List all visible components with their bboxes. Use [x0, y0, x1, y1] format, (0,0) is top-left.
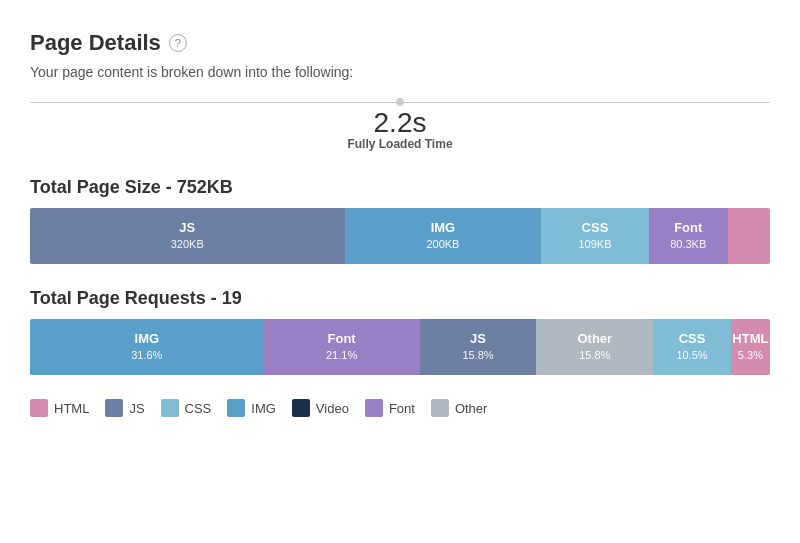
requests-bar-segment: IMG31.6% [30, 319, 264, 375]
legend-item: Other [431, 399, 488, 417]
requests-bar-container: IMG31.6%Font21.1%JS15.8%Other15.8%CSS10.… [30, 319, 770, 375]
legend-swatch [431, 399, 449, 417]
legend-swatch [227, 399, 245, 417]
size-bar-container: JS320KBIMG200KBCSS109KBFont80.3KB [30, 208, 770, 264]
size-bar-segment: JS320KB [30, 208, 345, 264]
legend-item: HTML [30, 399, 89, 417]
size-bar-segment: IMG200KB [345, 208, 542, 264]
legend-item: JS [105, 399, 144, 417]
legend-item: CSS [161, 399, 212, 417]
legend-label: JS [129, 401, 144, 416]
help-icon[interactable]: ? [169, 34, 187, 52]
legend-swatch [292, 399, 310, 417]
legend-swatch [105, 399, 123, 417]
legend-label: Video [316, 401, 349, 416]
timeline-value: 2.2s [374, 109, 427, 137]
legend-item: Font [365, 399, 415, 417]
requests-bar-segment: Font21.1% [264, 319, 420, 375]
requests-bar-segment: HTML5.3% [731, 319, 770, 375]
legend-label: CSS [185, 401, 212, 416]
size-bar-segment [728, 208, 770, 264]
legend-swatch [30, 399, 48, 417]
subtitle: Your page content is broken down into th… [30, 64, 770, 80]
legend-label: Other [455, 401, 488, 416]
requests-bar-segment: CSS10.5% [653, 319, 731, 375]
legend-swatch [365, 399, 383, 417]
requests-section-title: Total Page Requests - 19 [30, 288, 770, 309]
legend-swatch [161, 399, 179, 417]
timeline-container: 2.2s Fully Loaded Time [30, 102, 770, 151]
timeline-dot [396, 98, 404, 106]
page-title-row: Page Details ? [30, 30, 770, 56]
timeline-line [30, 102, 770, 103]
legend-label: IMG [251, 401, 276, 416]
requests-bar-segment: JS15.8% [420, 319, 537, 375]
size-bar-segment: CSS109KB [541, 208, 648, 264]
size-bar-segment: Font80.3KB [649, 208, 728, 264]
legend-label: Font [389, 401, 415, 416]
size-section-title: Total Page Size - 752KB [30, 177, 770, 198]
page-title: Page Details [30, 30, 161, 56]
legend-item: Video [292, 399, 349, 417]
legend-item: IMG [227, 399, 276, 417]
legend-label: HTML [54, 401, 89, 416]
timeline-label: Fully Loaded Time [347, 137, 452, 151]
requests-bar-segment: Other15.8% [536, 319, 653, 375]
legend: HTMLJSCSSIMGVideoFontOther [30, 399, 770, 417]
